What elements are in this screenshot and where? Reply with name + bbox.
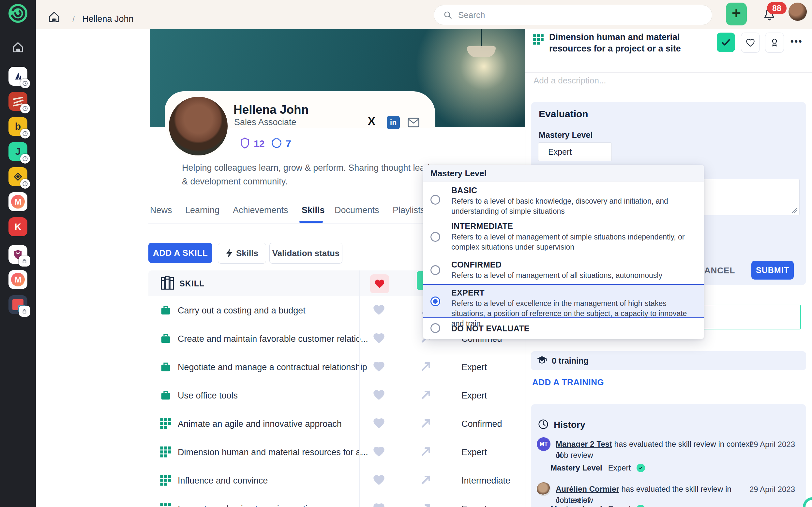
- platform-logo[interactable]: [8, 3, 28, 23]
- trend-arrow-icon[interactable]: [420, 417, 432, 429]
- option-label: BASIC: [451, 186, 477, 195]
- skill-grid-icon: [159, 502, 172, 507]
- app-icon-j[interactable]: J: [8, 142, 28, 161]
- skill-name: Negotiate and manage a contractual relat…: [178, 362, 367, 373]
- app-icon-markers[interactable]: [8, 92, 28, 111]
- profile-avatar[interactable]: [167, 95, 230, 157]
- app-icon-flame[interactable]: [8, 67, 28, 86]
- table-row[interactable]: Innovate and animate an innovation proce…: [148, 494, 519, 507]
- app-glyph: b: [15, 121, 21, 132]
- trend-arrow-icon[interactable]: [420, 474, 432, 486]
- skill-grid-icon: [159, 445, 172, 458]
- table-row[interactable]: Dimension human and material resources f…: [148, 438, 519, 467]
- locked-badge: [19, 256, 30, 267]
- radio-icon[interactable]: [430, 265, 440, 275]
- app-icon-shield[interactable]: [8, 245, 28, 264]
- mastery-option-confirmed[interactable]: CONFIRMED Refers to a level of managemen…: [423, 256, 704, 284]
- favorite-heart-icon[interactable]: [372, 389, 386, 401]
- email-icon[interactable]: [407, 117, 420, 128]
- mastery-option-do-not-evaluate[interactable]: DO NOT EVALUATE: [423, 318, 704, 339]
- favorite-heart-icon[interactable]: [372, 502, 386, 507]
- lamp-shade: [467, 46, 496, 57]
- search-input[interactable]: [458, 5, 700, 25]
- app-icon-b[interactable]: b: [8, 117, 28, 136]
- more-options-button[interactable]: •••: [791, 37, 803, 47]
- tab-skills[interactable]: Skills: [302, 205, 325, 215]
- table-row[interactable]: Negotiate and manage a contractual relat…: [148, 352, 519, 382]
- endorse-skill-button[interactable]: [765, 33, 784, 53]
- skill-name: Carry out a costing and a budget: [178, 305, 306, 316]
- mastery-option-intermediate[interactable]: INTERMEDIATE Refers to a level of manage…: [423, 217, 704, 256]
- validate-skill-button[interactable]: [717, 33, 735, 52]
- tab-news[interactable]: News: [150, 205, 172, 215]
- radio-icon[interactable]: [430, 323, 440, 333]
- panel-skill-title: Dimension human and material resources f…: [549, 32, 712, 54]
- app-icon-g[interactable]: G: [8, 295, 28, 314]
- mastery-option-expert[interactable]: EXPERT Refers to a level of excellence i…: [423, 284, 704, 318]
- briefcase-icon: [159, 389, 172, 402]
- history-user-link[interactable]: Manager 2 Test: [556, 440, 612, 448]
- verified-check-icon: [637, 505, 645, 507]
- skill-name: Create and maintain favorable customer r…: [178, 334, 368, 344]
- skill-grid-icon: [532, 33, 545, 46]
- history-heading: History: [554, 420, 585, 430]
- linkedin-icon[interactable]: in: [387, 116, 400, 129]
- endorsement-count: 12: [254, 138, 264, 149]
- user-avatar[interactable]: [789, 3, 807, 21]
- favorite-skill-button[interactable]: [741, 33, 760, 53]
- radio-icon[interactable]: [430, 232, 440, 242]
- trend-arrow-icon[interactable]: [420, 361, 432, 373]
- skill-grid-icon: [159, 474, 172, 487]
- tab-playlists[interactable]: Playlists: [393, 205, 425, 215]
- active-tab-underline: [299, 221, 323, 223]
- favorite-heart-icon[interactable]: [372, 445, 386, 458]
- trend-arrow-icon[interactable]: [420, 502, 432, 507]
- trend-arrow-icon[interactable]: [420, 446, 432, 457]
- history-user-link[interactable]: Aurélien Cormier: [556, 485, 619, 493]
- option-description: Refers to a level of basic knowledge, di…: [451, 196, 693, 216]
- notification-count-badge[interactable]: 88: [767, 2, 786, 14]
- skill-name: Animate an agile and innovative approach: [178, 419, 342, 429]
- validation-status-button[interactable]: Validation status: [269, 243, 342, 264]
- option-description: Refers to a level of management of all s…: [451, 271, 693, 281]
- tab-documents[interactable]: Documents: [335, 205, 379, 215]
- app-icon-k[interactable]: K: [8, 217, 28, 236]
- skills-filter-button[interactable]: Skills: [218, 243, 266, 264]
- heart-outline-icon: [746, 39, 755, 47]
- skill-column-header[interactable]: SKILL: [180, 279, 204, 288]
- breadcrumb-home-icon[interactable]: [48, 11, 60, 23]
- favorite-heart-icon[interactable]: [372, 304, 386, 316]
- tab-learning[interactable]: Learning: [185, 205, 219, 215]
- popup-header: Mastery Level: [423, 165, 704, 181]
- skill-grid-icon: [159, 417, 172, 430]
- mastery-level-select[interactable]: Expert: [538, 143, 612, 161]
- resize-handle[interactable]: [792, 208, 797, 213]
- history-avatar[interactable]: MT: [537, 437, 551, 451]
- favorite-heart-icon[interactable]: [372, 474, 386, 486]
- app-icon-m-2[interactable]: M: [8, 270, 28, 289]
- mastery-option-basic[interactable]: BASIC Refers to a level of basic knowled…: [423, 181, 704, 217]
- add-training-link[interactable]: ADD A TRAINING: [532, 377, 604, 387]
- submit-button[interactable]: SUBMIT: [751, 261, 794, 280]
- radio-icon[interactable]: [430, 195, 440, 205]
- table-row[interactable]: Influence and convince Intermediate: [148, 466, 519, 495]
- favorite-heart-icon[interactable]: [372, 360, 386, 373]
- history-avatar[interactable]: [537, 482, 551, 496]
- radio-selected-icon[interactable]: [430, 296, 440, 306]
- trend-arrow-icon[interactable]: [420, 389, 432, 401]
- create-button[interactable]: +: [726, 3, 747, 25]
- table-row[interactable]: Use office tools Expert: [148, 381, 519, 410]
- favorite-heart-icon[interactable]: [372, 417, 386, 430]
- add-skill-button[interactable]: ADD A SKILL: [148, 243, 212, 263]
- search-bar[interactable]: [434, 5, 712, 25]
- app-icon-m[interactable]: M: [8, 192, 28, 211]
- tab-achievements[interactable]: Achievements: [233, 205, 288, 215]
- app-icon-geometric[interactable]: [8, 167, 28, 186]
- description-placeholder[interactable]: Add a description...: [534, 75, 606, 86]
- favorite-column-header[interactable]: [370, 274, 389, 293]
- x-social-icon[interactable]: X: [368, 115, 375, 127]
- sidebar-home-icon[interactable]: [12, 42, 24, 53]
- table-row[interactable]: Animate an agile and innovative approach…: [148, 409, 519, 438]
- app-sidebar: b J M K M G: [0, 0, 36, 507]
- favorite-heart-icon[interactable]: [372, 332, 386, 344]
